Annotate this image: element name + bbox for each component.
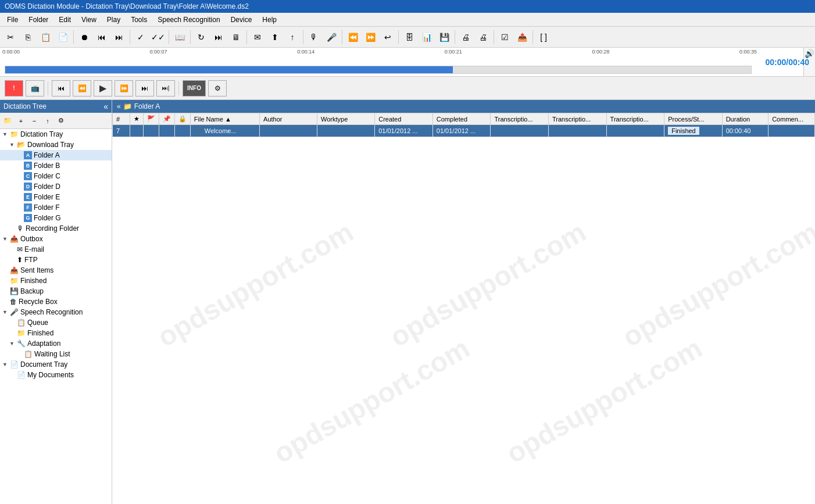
- print-toolbar-btn[interactable]: 🖨: [457, 30, 474, 45]
- upload-toolbar-btn[interactable]: ↑: [284, 30, 301, 45]
- monitor-btn[interactable]: 📺: [26, 80, 44, 96]
- rewind-btn[interactable]: ⏪: [73, 80, 91, 96]
- tree-expand-icon[interactable]: ▼: [9, 142, 15, 148]
- tree-item-recording-folder[interactable]: 🎙Recording Folder: [0, 223, 112, 234]
- menu-item-file[interactable]: File: [2, 15, 23, 25]
- mic-toolbar-btn[interactable]: 🎙: [306, 30, 322, 45]
- undo-toolbar-btn[interactable]: ↩: [380, 30, 396, 45]
- to-start-btn[interactable]: ⏮: [52, 80, 70, 96]
- insert-toolbar-btn[interactable]: ⏭: [111, 30, 127, 45]
- tree-item-folder-d[interactable]: DFolder D: [0, 181, 112, 192]
- tree-item-dictation-tray[interactable]: ▼📁Dictation Tray: [0, 129, 112, 140]
- record-toolbar-btn[interactable]: ⏺: [76, 30, 92, 45]
- col-header-star[interactable]: ★: [130, 113, 143, 125]
- skip-toolbar-btn[interactable]: ⏭: [210, 30, 227, 45]
- tree-expand-icon[interactable]: ▼: [2, 236, 8, 242]
- tree-expand-icon[interactable]: ▼: [2, 131, 8, 137]
- menu-item-edit[interactable]: Edit: [54, 15, 76, 25]
- record-indicator-btn[interactable]: !: [5, 80, 23, 96]
- expand-btn[interactable]: +: [15, 115, 27, 127]
- tree-item-folder-a[interactable]: AFolder A: [0, 150, 112, 160]
- tree-item-folder-f[interactable]: FFolder F: [0, 202, 112, 213]
- settings-btn[interactable]: ⚙: [208, 80, 227, 96]
- tree-item-backup[interactable]: 💾Backup: [0, 286, 112, 296]
- col-header-lock[interactable]: 🔒: [174, 113, 190, 125]
- tree-item-folder-c[interactable]: CFolder C: [0, 171, 112, 181]
- monitor-toolbar-btn[interactable]: 🖥: [228, 30, 244, 45]
- tree-item-download-tray[interactable]: ▼📂Download Tray: [0, 140, 112, 150]
- folder-up-btn[interactable]: ↑: [41, 115, 54, 127]
- menu-item-help[interactable]: Help: [258, 15, 281, 25]
- handmic-toolbar-btn[interactable]: 🎤: [323, 30, 339, 45]
- tree-item-ftp[interactable]: ⬆FTP: [0, 255, 112, 265]
- copy-toolbar-btn[interactable]: ⎘: [20, 30, 36, 45]
- to-end-btn[interactable]: ⏭: [135, 80, 154, 96]
- col-header-flag[interactable]: 🚩: [143, 113, 159, 125]
- check3-toolbar-btn[interactable]: ☑: [496, 30, 513, 45]
- col-header-transcription2[interactable]: Transcriptio...: [549, 113, 607, 125]
- tree-item-adaptation[interactable]: ▼🔧Adaptation: [0, 338, 112, 349]
- check-toolbar-btn[interactable]: ✓: [133, 30, 149, 45]
- bracket-toolbar-btn[interactable]: [ ]: [535, 30, 552, 45]
- db3-toolbar-btn[interactable]: 💾: [436, 30, 452, 45]
- new-folder-btn[interactable]: 📁: [1, 115, 14, 127]
- book-toolbar-btn[interactable]: 📖: [171, 30, 188, 45]
- info-btn[interactable]: INFO: [183, 80, 206, 96]
- tree-item-outbox[interactable]: ▼📤Outbox: [0, 234, 112, 244]
- col-header-fileName[interactable]: File Name ▲: [190, 113, 259, 125]
- tree-expand-icon[interactable]: ▼: [9, 341, 15, 346]
- tree-item-my-documents[interactable]: 📄My Documents: [0, 370, 112, 380]
- cut-toolbar-btn[interactable]: ✂: [2, 30, 19, 45]
- overwrite-toolbar-btn[interactable]: ⏮: [94, 30, 110, 45]
- paste2-toolbar-btn[interactable]: 📄: [55, 30, 71, 45]
- col-header-created[interactable]: Created: [375, 113, 433, 125]
- tree-item-recycle-box[interactable]: 🗑Recycle Box: [0, 296, 112, 307]
- db2-toolbar-btn[interactable]: 📊: [419, 30, 435, 45]
- tree-settings-btn[interactable]: ⚙: [55, 115, 67, 127]
- tree-item-waiting-list[interactable]: 📋Waiting List: [0, 349, 112, 359]
- tree-item-folder-b[interactable]: BFolder B: [0, 160, 112, 171]
- tree-item-document-tray[interactable]: ▼📄Document Tray: [0, 359, 112, 370]
- ftp-toolbar-btn[interactable]: ⬆: [267, 30, 283, 45]
- tree-item-queue[interactable]: 📋Queue: [0, 317, 112, 328]
- menu-item-device[interactable]: Device: [226, 15, 257, 25]
- fast-fwd-btn[interactable]: ⏩: [115, 80, 133, 96]
- paste-toolbar-btn[interactable]: 📋: [37, 30, 53, 45]
- tree-item-folder-e[interactable]: EFolder E: [0, 192, 112, 202]
- refresh-toolbar-btn[interactable]: ↻: [193, 30, 209, 45]
- back-toolbar-btn[interactable]: ⏪: [345, 30, 361, 45]
- menu-item-view[interactable]: View: [77, 15, 101, 25]
- tree-item-speech-recognition[interactable]: ▼🎤Speech Recognition: [0, 307, 112, 317]
- col-header-note[interactable]: 📌: [159, 113, 174, 125]
- col-header-completed[interactable]: Completed: [432, 113, 491, 125]
- tree-expand-icon[interactable]: ▼: [2, 309, 8, 315]
- progress-bar[interactable]: [5, 66, 752, 74]
- table-row[interactable]: 7🎵Welcome...01/01/2012 ...01/01/2012 ...…: [113, 125, 815, 137]
- col-header-author[interactable]: Author: [260, 113, 317, 125]
- tree-item-finished-sr[interactable]: 📁Finished: [0, 328, 112, 338]
- col-header-duration[interactable]: Duration: [722, 113, 768, 125]
- fwd-toolbar-btn[interactable]: ⏩: [362, 30, 378, 45]
- col-header-comment[interactable]: Commen...: [768, 113, 815, 125]
- tree-item-folder-g[interactable]: GFolder G: [0, 213, 112, 223]
- db-toolbar-btn[interactable]: 🗄: [401, 30, 417, 45]
- last-btn[interactable]: ⏭|: [156, 80, 175, 96]
- tree-item-sent-items[interactable]: 📤Sent Items: [0, 265, 112, 276]
- play-btn[interactable]: ▶: [94, 80, 112, 96]
- col-header-transcription1[interactable]: Transcriptio...: [491, 113, 549, 125]
- collapse-btn[interactable]: −: [28, 115, 41, 127]
- col-header-transcription3[interactable]: Transcriptio...: [606, 113, 664, 125]
- send-toolbar-btn[interactable]: 📤: [514, 30, 530, 45]
- email-toolbar-btn[interactable]: ✉: [249, 30, 266, 45]
- check2-toolbar-btn[interactable]: ✓✓: [150, 30, 166, 45]
- tree-item-finished[interactable]: 📁Finished: [0, 276, 112, 286]
- sidebar-collapse-btn[interactable]: «: [103, 102, 108, 111]
- tree-expand-icon[interactable]: ▼: [2, 362, 8, 367]
- menu-item-play[interactable]: Play: [102, 15, 125, 25]
- menu-item-tools[interactable]: Tools: [126, 15, 152, 25]
- tree-item-email[interactable]: ✉E-mail: [0, 244, 112, 255]
- col-header-processSt[interactable]: Process/St...: [664, 113, 723, 125]
- col-header-number[interactable]: #: [113, 113, 130, 125]
- print2-toolbar-btn[interactable]: 🖨: [475, 30, 491, 45]
- menu-item-folder[interactable]: Folder: [24, 15, 53, 25]
